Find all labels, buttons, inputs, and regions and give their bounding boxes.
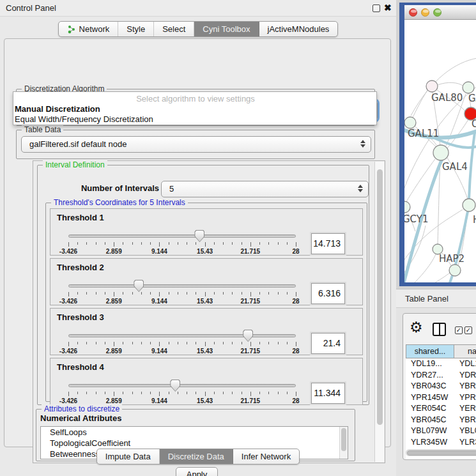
- popup-item-placeholder[interactable]: Select algorithm to view settings: [13, 92, 376, 104]
- network-graph-icon: [67, 25, 76, 34]
- screen: Control Panel ✖ NetworkStyleSelectCyni T…: [0, 0, 476, 476]
- network-canvas[interactable]: GAL80GACGAL11GAL4GCY1HHAP2: [404, 20, 476, 282]
- tick-mark: [187, 292, 187, 295]
- tab-select[interactable]: Select: [154, 22, 194, 36]
- network-node-green[interactable]: [404, 201, 410, 213]
- float-window-icon[interactable]: [372, 4, 380, 12]
- tick-mark: [114, 392, 114, 396]
- tick-mark: [250, 342, 251, 346]
- network-node-green[interactable]: [463, 82, 474, 93]
- tab-cyni-toolbox[interactable]: Cyni Toolbox: [194, 22, 259, 36]
- network-node-pink[interactable]: [426, 81, 438, 92]
- table-row[interactable]: YER054CYER0: [406, 403, 476, 415]
- table-data-combobox[interactable]: galFiltered.sif default node: [21, 136, 371, 153]
- threshold-panel-1: Threshold 1-3.4262.8599.14415.4321.71528…: [50, 208, 363, 256]
- table-row[interactable]: YDL19...YDL1: [406, 358, 476, 370]
- network-node-green[interactable]: [433, 145, 449, 160]
- threshold-value-field[interactable]: 6.316: [311, 283, 345, 304]
- split-columns-icon[interactable]: [433, 323, 446, 336]
- slider-thumb[interactable]: [170, 380, 180, 392]
- tab-impute-data[interactable]: Impute Data: [97, 449, 160, 464]
- table-horizontal-scrollbar[interactable]: [406, 449, 476, 456]
- number-of-intervals-combobox[interactable]: 5: [161, 181, 369, 197]
- slider-track: [68, 284, 296, 288]
- table-scrollbar-thumb[interactable]: [407, 450, 476, 456]
- threshold-slider[interactable]: [68, 232, 296, 241]
- tick-mark: [141, 292, 142, 295]
- table-row[interactable]: YBR043CYBR0: [406, 381, 476, 392]
- table-cell: YBL079W: [406, 426, 454, 437]
- list-scrollbar-thumb[interactable]: [341, 428, 346, 451]
- slider-thumb[interactable]: [243, 330, 253, 342]
- close-traffic-light[interactable]: [409, 8, 417, 17]
- tick-mark: [123, 392, 123, 394]
- tab-jactivemnodules[interactable]: jActiveMNodules: [259, 22, 338, 36]
- threshold-slider[interactable]: [68, 282, 296, 291]
- close-panel-icon[interactable]: ✖: [384, 3, 392, 13]
- axis-tick-label: 21.715: [241, 397, 261, 404]
- tab-network[interactable]: Network: [59, 22, 119, 36]
- popup-item-selected[interactable]: Manual Discretization: [13, 104, 376, 114]
- threshold-label: Threshold 3: [57, 312, 104, 322]
- tick-mark: [296, 392, 296, 396]
- table-row[interactable]: YBR045CYBR0: [406, 415, 476, 426]
- checkbox-icon[interactable]: ✓: [455, 326, 463, 334]
- axis-tick-label: 2.859: [106, 397, 122, 404]
- table-row[interactable]: YLR345WYLR3: [406, 437, 476, 449]
- threshold-slider[interactable]: [68, 381, 296, 390]
- network-edge[interactable]: [413, 90, 427, 118]
- tick-mark: [105, 342, 105, 344]
- axis-tick-label: 28: [292, 248, 299, 255]
- network-edge[interactable]: [404, 273, 450, 282]
- tick-mark: [150, 392, 151, 394]
- threshold-label: Threshold 2: [57, 263, 104, 272]
- column-header-normal[interactable]: na: [454, 344, 476, 358]
- table-cell: YPR145W: [406, 392, 454, 404]
- network-edge[interactable]: [438, 82, 463, 86]
- network-edge[interactable]: [406, 159, 435, 202]
- tab-label: jActiveMNodules: [268, 24, 330, 34]
- zoom-traffic-light[interactable]: [433, 8, 441, 17]
- axis-tick-label: 9.144: [151, 348, 167, 355]
- threshold-value-field[interactable]: 21.4: [311, 333, 345, 354]
- tick-mark: [96, 342, 96, 344]
- network-node-green[interactable]: [449, 265, 461, 276]
- list-item[interactable]: TopologicalCoefficient: [41, 438, 348, 449]
- threshold-panel-4: Threshold 4-3.4262.8599.14415.4321.71528…: [50, 358, 363, 405]
- axis-tick-label: 15.43: [197, 397, 213, 404]
- slider-thumb[interactable]: [194, 230, 204, 242]
- algorithm-dropdown-popup: Select algorithm to view settingsManual …: [13, 91, 377, 125]
- list-item[interactable]: SelfLoops: [41, 427, 348, 438]
- panel-scrollbar-thumb[interactable]: [377, 169, 383, 425]
- settings-gear-icon[interactable]: ⚙: [410, 319, 423, 335]
- table-cell: YBR0: [454, 415, 476, 426]
- checkbox-icon[interactable]: ✓: [464, 326, 472, 334]
- table-row[interactable]: YPR145WYPR1: [406, 392, 476, 404]
- tab-style[interactable]: Style: [118, 22, 154, 36]
- apply-button[interactable]: Apply: [176, 467, 218, 476]
- axis-tick-label: 15.43: [197, 348, 213, 355]
- tick-mark: [223, 242, 224, 245]
- table-row[interactable]: YDR27...YDR2: [406, 370, 476, 381]
- threshold-slider[interactable]: [68, 332, 296, 341]
- threshold-value-field[interactable]: 14.713: [311, 233, 345, 254]
- table-row[interactable]: YBL079WYBL0: [406, 426, 476, 437]
- tab-discretize-data[interactable]: Discretize Data: [160, 449, 233, 464]
- tick-mark: [68, 242, 69, 247]
- tick-mark: [196, 242, 196, 245]
- tick-mark: [86, 292, 87, 295]
- threshold-value-field[interactable]: 11.344: [311, 383, 345, 404]
- network-edge-highlighted[interactable]: [469, 132, 475, 199]
- slider-track: [68, 334, 296, 337]
- popup-item-normal[interactable]: Equal Width/Frequency Discretization: [13, 114, 376, 125]
- network-node-green[interactable]: [404, 117, 416, 128]
- panel-scrollbar[interactable]: [374, 162, 384, 462]
- tab-infer-network[interactable]: Infer Network: [233, 449, 299, 464]
- column-header-selected[interactable]: shared...: [406, 344, 454, 358]
- minimize-traffic-light[interactable]: [421, 8, 429, 17]
- table-panel-card: ⚙ ✓ ✓ shared...naYDL19...YDL1YDR27...YDR…: [403, 313, 476, 460]
- tick-mark: [114, 242, 114, 247]
- network-node-green[interactable]: [463, 199, 475, 211]
- tick-mark: [132, 242, 133, 245]
- slider-thumb[interactable]: [134, 280, 144, 292]
